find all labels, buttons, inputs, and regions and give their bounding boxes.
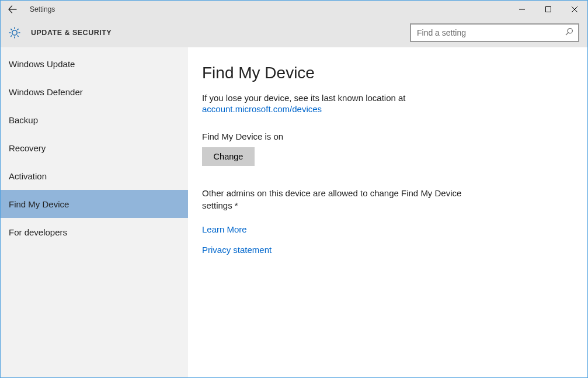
sidebar-item-label: Activation: [9, 171, 47, 181]
back-button[interactable]: [4, 1, 20, 18]
close-icon: [572, 6, 577, 12]
sidebar-item-label: Windows Update: [9, 59, 75, 69]
sidebar-item-label: For developers: [9, 227, 67, 237]
window-controls: [509, 1, 587, 18]
section-title: UPDATE & SECURITY: [31, 29, 112, 37]
svg-line-6: [566, 33, 568, 35]
titlebar-left: Settings: [4, 1, 55, 18]
account-devices-link[interactable]: account.microsoft.com/devices: [202, 104, 322, 114]
content: Find My Device If you lose your device, …: [188, 47, 587, 377]
minimize-button[interactable]: [509, 1, 535, 18]
sidebar-item-label: Backup: [9, 115, 38, 125]
body: Windows Update Windows Defender Backup R…: [1, 47, 587, 377]
sidebar-item-activation[interactable]: Activation: [1, 162, 188, 190]
maximize-button[interactable]: [535, 1, 561, 18]
link-block: Learn More Privacy statement: [202, 224, 573, 255]
sidebar: Windows Update Windows Defender Backup R…: [1, 47, 188, 377]
sidebar-item-backup[interactable]: Backup: [1, 106, 188, 134]
sidebar-item-label: Find My Device: [9, 199, 69, 209]
minimize-icon: [519, 6, 525, 12]
sidebar-item-find-my-device[interactable]: Find My Device: [1, 190, 188, 218]
header-left: UPDATE & SECURITY: [8, 26, 112, 40]
back-arrow-icon: [7, 4, 18, 15]
sidebar-item-for-developers[interactable]: For developers: [1, 218, 188, 246]
search-box[interactable]: [410, 23, 579, 42]
settings-window: Settings: [0, 0, 588, 378]
sidebar-item-recovery[interactable]: Recovery: [1, 134, 188, 162]
header-band: UPDATE & SECURITY: [1, 18, 587, 47]
titlebar: Settings: [1, 1, 587, 18]
gear-icon: [8, 26, 22, 40]
search-input[interactable]: [416, 27, 565, 38]
page-heading: Find My Device: [202, 64, 573, 82]
svg-rect-1: [545, 7, 551, 12]
privacy-statement-link[interactable]: Privacy statement: [202, 245, 573, 255]
sidebar-item-windows-update[interactable]: Windows Update: [1, 50, 188, 78]
change-button[interactable]: Change: [202, 147, 255, 166]
window-title: Settings: [30, 5, 55, 13]
close-button[interactable]: [561, 1, 587, 18]
sidebar-item-label: Recovery: [9, 143, 46, 153]
admin-note: Other admins on this device are allowed …: [202, 187, 471, 211]
maximize-icon: [545, 6, 551, 12]
sidebar-item-windows-defender[interactable]: Windows Defender: [1, 78, 188, 106]
learn-more-link[interactable]: Learn More: [202, 224, 573, 234]
sidebar-item-label: Windows Defender: [9, 87, 83, 97]
svg-point-5: [568, 29, 572, 33]
intro-text: If you lose your device, see its last kn…: [202, 93, 573, 103]
svg-point-4: [12, 30, 17, 35]
status-text: Find My Device is on: [202, 131, 573, 141]
search-icon: [565, 27, 573, 38]
